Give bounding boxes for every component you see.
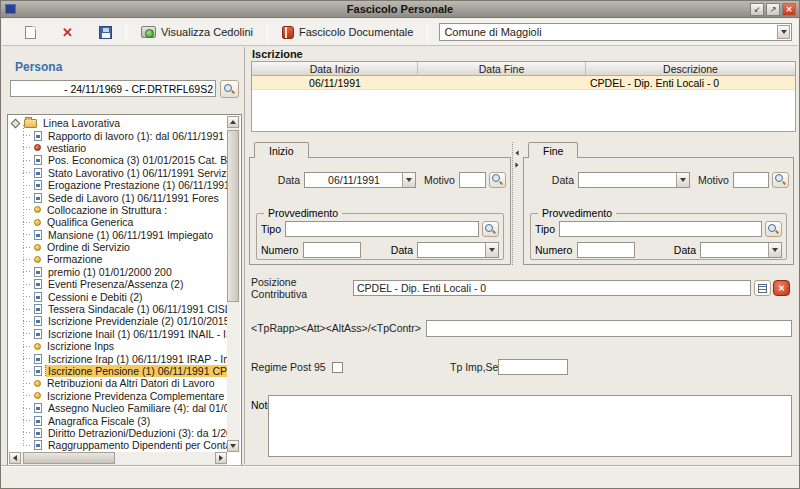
tree-vertical-scrollbar[interactable] xyxy=(227,116,240,452)
tree-item[interactable]: Sede di Lavoro (1) 06/11/1991 Fores xyxy=(21,191,227,203)
inizio-provv-data-arrow[interactable] xyxy=(485,243,498,257)
tprapp-row: <TpRapp><Att><AltAss>/<TpContr> xyxy=(246,319,798,337)
inizio-provv-data-combobox[interactable] xyxy=(417,242,499,258)
tree-item[interactable]: Formazione xyxy=(21,253,227,265)
window-controls xyxy=(750,3,796,16)
table-row[interactable]: 06/11/1991CPDEL - Dip. Enti Locali - 0 xyxy=(252,76,795,90)
tree-item[interactable]: Mansione (1) 06/11/1991 Impiegato xyxy=(21,229,227,241)
fine-provv-data-combobox[interactable] xyxy=(700,242,782,258)
tree-connector xyxy=(23,333,32,334)
restore-down-button[interactable] xyxy=(750,3,764,16)
tree-item[interactable]: Stato Lavorativo (1) 06/11/1991 Servizio… xyxy=(21,167,227,179)
scroll-up-button[interactable] xyxy=(227,116,239,128)
tree-item[interactable]: Ordine di Servizio xyxy=(21,241,227,253)
tree-item[interactable]: premio (1) 01/01/2000 200 xyxy=(21,266,227,278)
fine-motivo-search-button[interactable] xyxy=(772,172,789,188)
tree-connector xyxy=(23,172,32,173)
tab-fine[interactable]: Fine xyxy=(528,142,578,158)
persona-search-button[interactable] xyxy=(220,80,239,98)
delete-button[interactable] xyxy=(55,21,80,43)
tree-item[interactable]: Anagrafica Fiscale (3) xyxy=(21,414,227,426)
tree-item-label: vestiario xyxy=(45,142,88,154)
fascicolo-documentale-button[interactable]: Fascicolo Documentale xyxy=(275,21,420,43)
visualizza-cedolini-button[interactable]: Visualizza Cedolini xyxy=(134,21,260,43)
magnifier-icon xyxy=(224,84,235,95)
tree-item[interactable]: Iscrizione Previdenza Complementare xyxy=(21,390,227,402)
panel-splitter[interactable] xyxy=(512,142,522,265)
inizio-data-arrow[interactable] xyxy=(402,173,415,187)
scroll-down-button[interactable] xyxy=(227,440,239,452)
maximize-button[interactable] xyxy=(766,3,780,16)
tree-item[interactable]: Cessioni e Debiti (2) xyxy=(21,290,227,302)
tree-item[interactable]: Iscrizione Irap (1) 06/11/1991 IRAP - Im… xyxy=(21,352,227,364)
posizione-row: Posizione Contributiva CPDEL - Dip. Enti… xyxy=(246,279,798,297)
fine-tipo-search-button[interactable] xyxy=(765,221,782,237)
posizione-clear-button[interactable] xyxy=(773,280,790,296)
document-icon xyxy=(34,279,42,289)
column-header-descrizione[interactable]: Descrizione xyxy=(586,62,795,75)
ente-combobox-arrow[interactable] xyxy=(777,25,790,39)
posizione-list-button[interactable] xyxy=(754,280,771,296)
magnifier-icon xyxy=(775,174,786,185)
tree-item[interactable]: Retribuzioni da Altri Datori di Lavoro xyxy=(21,377,227,389)
tree-item[interactable]: Iscrizione Inps xyxy=(21,340,227,352)
tree-root[interactable]: Linea Lavorativa xyxy=(9,117,227,129)
save-button[interactable] xyxy=(92,21,119,43)
document-icon xyxy=(34,267,42,277)
toolbar-separator xyxy=(427,24,428,41)
tree-item[interactable]: Rapporto di lavoro (1): dal 06/11/1991 7… xyxy=(21,129,227,141)
tab-inizio[interactable]: Inizio xyxy=(254,142,309,158)
tree-item[interactable]: Raggruppamento Dipendenti per Contabiliz… xyxy=(21,439,227,451)
inizio-tipo-search-button[interactable] xyxy=(482,221,499,237)
tree-horizontal-scrollbar[interactable] xyxy=(9,452,227,465)
fine-numero-input[interactable] xyxy=(577,242,635,258)
inizio-motivo-search-button[interactable] xyxy=(489,172,506,188)
document-icon xyxy=(34,440,42,450)
document-binder-icon xyxy=(282,26,294,39)
column-header-data-fine[interactable]: Data Fine xyxy=(418,62,586,75)
tree-item[interactable]: Assegno Nucleo Familiare (4): dal 01/07/… xyxy=(21,402,227,414)
inizio-data-combobox[interactable]: 06/11/1991 xyxy=(304,172,416,188)
tpimp-input[interactable] xyxy=(498,359,568,375)
ente-combobox[interactable]: Comune di Maggioli xyxy=(439,23,792,41)
scroll-left-button[interactable] xyxy=(9,452,21,464)
new-document-icon xyxy=(25,26,36,39)
tree-item[interactable]: Iscrizione Inail (1) 06/11/1991 INAIL - … xyxy=(21,328,227,340)
new-button[interactable] xyxy=(18,21,43,43)
persona-row xyxy=(9,80,239,98)
close-button[interactable] xyxy=(782,3,796,16)
tree-item[interactable]: Erogazione Prestazione (1) 06/11/1991 Fu… xyxy=(21,179,227,191)
tree-item[interactable]: Collocazione in Struttura : xyxy=(21,204,227,216)
note-textarea[interactable] xyxy=(268,395,792,457)
inizio-motivo-input[interactable] xyxy=(459,172,486,188)
inizio-numero-input[interactable] xyxy=(303,242,361,258)
tree-item[interactable]: Qualifica Generica xyxy=(21,216,227,228)
tprapp-input[interactable] xyxy=(426,320,792,337)
tree-item[interactable]: Tessera Sindacale (1) 06/11/1991 CISL xyxy=(21,303,227,315)
fine-tipo-input[interactable] xyxy=(559,221,762,237)
persona-input[interactable] xyxy=(10,80,216,97)
tree-item[interactable]: Pos. Economica (3) 01/01/2015 Cat. B - P… xyxy=(21,154,227,166)
tree-item[interactable]: vestiario xyxy=(21,142,227,154)
scroll-right-button[interactable] xyxy=(215,452,227,464)
fine-data-arrow[interactable] xyxy=(676,173,689,187)
inizio-body: Data 06/11/1991 Motivo Provvedimento Tip… xyxy=(249,157,511,265)
tree-expander-icon[interactable] xyxy=(11,118,21,128)
tree-item[interactable]: Iscrizione Previdenziale (2) 01/10/2015 … xyxy=(21,315,227,327)
inizio-tipo-label: Tipo xyxy=(261,223,285,235)
fine-provv-data-arrow[interactable] xyxy=(768,243,781,257)
inizio-tipo-input[interactable] xyxy=(285,221,479,237)
tree-item-label: Iscrizione Inail (1) 06/11/1991 INAIL - … xyxy=(46,328,227,340)
horizontal-scroll-thumb[interactable] xyxy=(23,452,115,464)
vertical-scroll-thumb[interactable] xyxy=(227,130,239,302)
tree-item[interactable]: Diritto Detrazioni/Deduzioni (3): da 1/2… xyxy=(21,427,227,439)
tree-item-label: Stato Lavorativo (1) 06/11/1991 Servizio… xyxy=(46,167,227,179)
tree-item[interactable]: Iscrizione Pensione (1) 06/11/1991 CPDEL… xyxy=(21,365,227,377)
fine-motivo-input[interactable] xyxy=(733,172,769,188)
column-header-data-inizio[interactable]: Data Inizio xyxy=(252,62,418,75)
fine-data-combobox[interactable] xyxy=(578,172,690,188)
table-cell xyxy=(418,76,586,89)
posizione-input[interactable]: CPDEL - Dip. Enti Locali - 0 xyxy=(353,280,751,296)
tree-item[interactable]: Eventi Presenza/Assenza (2) xyxy=(21,278,227,290)
regime-post95-checkbox[interactable] xyxy=(332,362,343,373)
